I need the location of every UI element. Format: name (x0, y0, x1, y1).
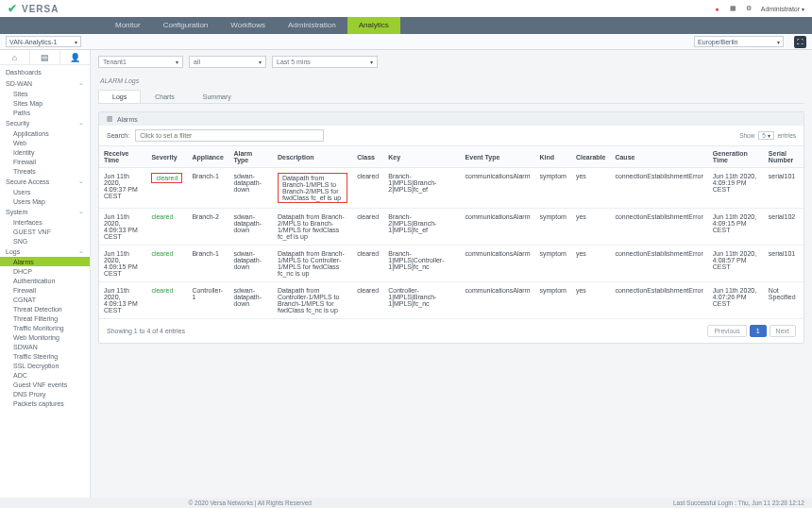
sb-item-authentication[interactable]: Authentication (0, 276, 90, 285)
card-title: Alarms (117, 116, 138, 123)
table-row[interactable]: Jun 11th 2020, 4:09:13 PM CESTclearedCon… (99, 282, 804, 319)
logo-bar: ✔ VERSA ● ▦ ⚙ Administrator ▾ (0, 0, 812, 17)
col-cause[interactable]: Cause (610, 146, 707, 168)
chevron-down-icon: ⌄ (78, 119, 84, 127)
brand-mark-icon: ✔ (8, 2, 18, 15)
sb-item-applications[interactable]: Applications (0, 128, 90, 138)
col-description[interactable]: Description (273, 146, 352, 168)
table-row[interactable]: Jun 11th 2020, 4:09:33 PM CESTclearedBra… (99, 209, 804, 246)
sb-item-sng[interactable]: SNG (0, 236, 90, 246)
filter-row: Tenant1▾ all▾ Last 5 mins▾ (98, 56, 804, 68)
tab-charts[interactable]: Charts (141, 90, 189, 103)
col-severity[interactable]: Severity (146, 146, 187, 168)
layers-icon[interactable]: ▤ (30, 50, 60, 64)
brand-logo: ✔ VERSA (8, 2, 59, 15)
col-class[interactable]: Class (352, 146, 383, 168)
nav-analytics[interactable]: Analytics (347, 17, 400, 34)
home-icon[interactable]: ⌂ (0, 50, 30, 64)
sb-item-packets-captures[interactable]: Packets captures (0, 398, 90, 408)
showing-text: Showing 1 to 4 of 4 entries (107, 328, 185, 334)
table-row[interactable]: Jun 11th 2020, 4:09:37 PM CESTclearedBra… (99, 168, 804, 209)
gear-icon[interactable]: ⚙ (745, 5, 753, 13)
sb-item-threat-filtering[interactable]: Threat Filtering (0, 313, 90, 323)
sb-section-logs[interactable]: Logs⌄ (0, 246, 90, 257)
col-kind[interactable]: Kind (534, 146, 570, 168)
sb-item-users-map[interactable]: Users Map (0, 196, 90, 206)
alarms-table: Receive TimeSeverityApplianceAlarm TypeD… (99, 145, 804, 319)
sb-item-guest-vnf[interactable]: GUEST VNF (0, 227, 90, 236)
sb-item-users[interactable]: Users (0, 187, 90, 196)
alert-icon[interactable]: ● (713, 5, 721, 13)
tab-summary[interactable]: Summary (189, 90, 245, 103)
tab-logs[interactable]: Logs (98, 90, 141, 103)
scope-filter[interactable]: all▾ (189, 56, 266, 68)
chevron-down-icon: ⌄ (78, 178, 84, 185)
sb-item-ssl-decryption[interactable]: SSL Decryption (0, 361, 90, 370)
analytics-tenant-select[interactable]: VAN-Analytics-1▾ (6, 36, 81, 47)
page-next[interactable]: Next (770, 325, 796, 337)
search-row: Search: Show 5 ▾ entries (99, 126, 804, 145)
sub-toolbar: VAN-Analytics-1▾ Europe/Berlin▾ ⛶ (0, 34, 812, 50)
sb-item-guest-vnf-events[interactable]: Guest VNF events (0, 380, 90, 389)
sb-item-threats[interactable]: Threats (0, 166, 90, 176)
page-current[interactable]: 1 (750, 325, 767, 337)
sb-item-interfaces[interactable]: Interfaces (0, 217, 90, 227)
sb-item-dns-proxy[interactable]: DNS Proxy (0, 389, 90, 398)
col-generation-time[interactable]: Generation Time (708, 146, 764, 168)
sb-item-dhcp[interactable]: DHCP (0, 266, 90, 276)
sidebar: ⌂ ▤ 👤 DashboardsSD-WAN⌄SitesSites MapPat… (0, 50, 91, 498)
nav-workflows[interactable]: Workflows (219, 17, 277, 34)
col-appliance[interactable]: Appliance (187, 146, 228, 168)
sb-section-secure-access[interactable]: Secure Access⌄ (0, 176, 90, 187)
tenant-filter[interactable]: Tenant1▾ (98, 56, 183, 68)
breadcrumb: ALARM Logs (100, 77, 803, 84)
nav-monitor[interactable]: Monitor (104, 17, 152, 34)
sb-item-threat-detection[interactable]: Threat Detection (0, 304, 90, 313)
sb-item-sites[interactable]: Sites (0, 89, 90, 98)
sb-item-firewall[interactable]: Firewall (0, 285, 90, 295)
sb-item-identity[interactable]: Identity (0, 147, 90, 157)
entries-count-select[interactable]: 5 ▾ (758, 131, 773, 140)
sb-item-traffic-monitoring[interactable]: Traffic Monitoring (0, 323, 90, 332)
fullscreen-toggle[interactable]: ⛶ (794, 36, 806, 48)
chevron-down-icon: ⌄ (78, 247, 84, 255)
col-receive-time[interactable]: Receive Time (99, 146, 146, 168)
sb-item-web-monitoring[interactable]: Web Monitoring (0, 332, 90, 342)
col-key[interactable]: Key (383, 146, 460, 168)
sb-section-security[interactable]: Security⌄ (0, 117, 90, 128)
user-menu[interactable]: Administrator ▾ (761, 6, 804, 12)
col-serial-number[interactable]: Serial Number (764, 146, 804, 168)
sb-section-sd-wan[interactable]: SD-WAN⌄ (0, 77, 90, 89)
alarms-card: ▥ Alarms Search: Show 5 ▾ entries Receiv… (98, 111, 804, 344)
primary-nav: MonitorConfigurationWorkflowsAdministrat… (0, 17, 812, 34)
sb-section-system[interactable]: System⌄ (0, 206, 90, 217)
col-event-type[interactable]: Event Type (461, 146, 535, 168)
content-tabs: LogsChartsSummary (98, 90, 804, 104)
nav-administration[interactable]: Administration (277, 17, 347, 34)
grid-icon[interactable]: ▦ (729, 5, 737, 13)
sb-item-firewall[interactable]: Firewall (0, 157, 90, 166)
sb-item-paths[interactable]: Paths (0, 108, 90, 117)
chart-bar-icon: ▥ (107, 115, 113, 123)
timerange-filter[interactable]: Last 5 mins▾ (272, 56, 378, 68)
sb-item-cgnat[interactable]: CGNAT (0, 295, 90, 304)
sb-item-sites-map[interactable]: Sites Map (0, 98, 90, 108)
sidebar-tree: DashboardsSD-WAN⌄SitesSites MapPathsSecu… (0, 65, 90, 410)
entries-selector: Show 5 ▾ entries (739, 132, 796, 139)
sb-item-alarms[interactable]: Alarms (0, 257, 90, 266)
nav-configuration[interactable]: Configuration (152, 17, 220, 34)
sb-section-dashboards[interactable]: Dashboards (0, 67, 90, 77)
sb-item-sdwan[interactable]: SDWAN (0, 342, 90, 351)
page-prev[interactable]: Previous (707, 325, 746, 337)
col-alarm-type[interactable]: Alarm Type (228, 146, 273, 168)
search-label: Search: (107, 132, 129, 139)
col-clearable[interactable]: Clearable (571, 146, 611, 168)
sb-item-web[interactable]: Web (0, 138, 90, 147)
search-input[interactable] (140, 132, 319, 139)
timezone-select[interactable]: Europe/Berlin▾ (694, 36, 784, 47)
user-icon[interactable]: 👤 (60, 50, 90, 64)
sb-item-traffic-steering[interactable]: Traffic Steering (0, 351, 90, 361)
table-row[interactable]: Jun 11th 2020, 4:09:15 PM CESTclearedBra… (99, 246, 804, 282)
chevron-down-icon: ⌄ (78, 79, 84, 87)
sb-item-adc[interactable]: ADC (0, 370, 90, 380)
